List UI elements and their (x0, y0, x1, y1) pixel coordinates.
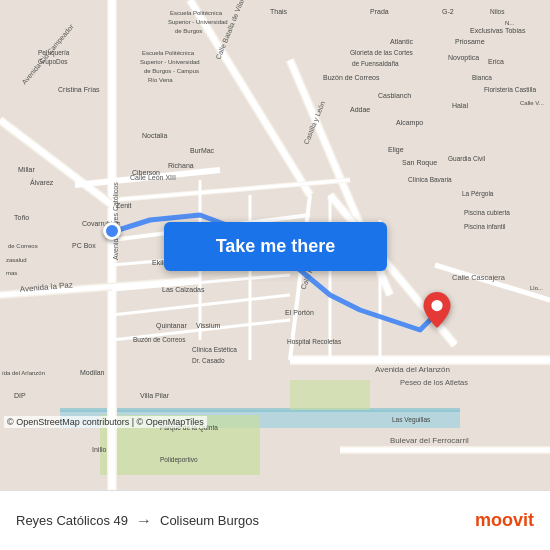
svg-text:Casblanch: Casblanch (378, 92, 411, 99)
svg-rect-2 (60, 408, 460, 412)
svg-text:Glorieta de las Cortes: Glorieta de las Cortes (350, 49, 414, 56)
svg-text:de Fuensaldaña: de Fuensaldaña (352, 60, 399, 67)
svg-text:Novoptica: Novoptica (448, 54, 479, 62)
svg-text:Calle V...: Calle V... (520, 100, 544, 106)
svg-text:Buzón de Correos: Buzón de Correos (323, 74, 380, 81)
svg-text:zasalud: zasalud (6, 257, 27, 263)
svg-text:N...: N... (505, 20, 515, 26)
svg-text:Avenida del Arlanzón: Avenida del Arlanzón (375, 365, 450, 374)
svg-text:Río Vena: Río Vena (148, 77, 173, 83)
svg-text:Millar: Millar (18, 166, 35, 173)
svg-text:Zenit: Zenit (116, 202, 132, 209)
svg-text:Halal: Halal (452, 102, 468, 109)
svg-text:Álvarez: Álvarez (30, 178, 54, 186)
svg-text:PC Box: PC Box (72, 242, 96, 249)
svg-text:Ciberson: Ciberson (132, 169, 160, 176)
moovit-logo: moovit (475, 510, 534, 531)
svg-text:Vissium: Vissium (196, 322, 221, 329)
svg-text:Floristería Castilla: Floristería Castilla (484, 86, 536, 93)
svg-text:GrupoDos: GrupoDos (38, 58, 68, 66)
svg-text:Peseo de los Atletas: Peseo de los Atletas (400, 378, 468, 387)
svg-text:G-2: G-2 (442, 8, 454, 15)
svg-text:Clínica Bavaria: Clínica Bavaria (408, 176, 452, 183)
svg-text:Thais: Thais (270, 8, 288, 15)
svg-text:Addae: Addae (350, 106, 370, 113)
moovit-brand-text: moovit (475, 510, 534, 531)
svg-text:Clínica Estética: Clínica Estética (192, 346, 237, 353)
svg-text:Piscina infantil: Piscina infantil (464, 223, 506, 230)
svg-text:ída del Arlanzón: ída del Arlanzón (2, 370, 45, 376)
route-origin: Reyes Católicos 49 (16, 513, 128, 528)
svg-text:Villa Pilar: Villa Pilar (140, 392, 170, 399)
svg-text:Las Calzadas: Las Calzadas (162, 286, 205, 293)
svg-text:Calle Cascajera: Calle Cascajera (452, 273, 506, 282)
svg-text:BurMac: BurMac (190, 147, 215, 154)
svg-text:Escuela Politécnica: Escuela Politécnica (170, 10, 223, 16)
svg-text:Nilos: Nilos (490, 8, 505, 15)
svg-text:Bianca: Bianca (472, 74, 492, 81)
svg-text:Hospital Recoletas: Hospital Recoletas (287, 338, 342, 346)
svg-text:Priosame: Priosame (455, 38, 485, 45)
svg-text:Prada: Prada (370, 8, 389, 15)
map-attribution: © OpenStreetMap contributors | © OpenMap… (4, 416, 207, 428)
svg-text:de Correos: de Correos (8, 243, 38, 249)
svg-text:Noctalia: Noctalia (142, 132, 167, 139)
destination-marker (423, 292, 451, 332)
svg-text:Toño: Toño (14, 214, 29, 221)
svg-point-118 (431, 300, 442, 311)
svg-text:La Pérgola: La Pérgola (462, 190, 494, 198)
svg-text:Modilan: Modilan (80, 369, 105, 376)
svg-text:Piscina cubierta: Piscina cubierta (464, 209, 510, 216)
svg-rect-4 (290, 380, 370, 410)
svg-text:de Burgos - Campus: de Burgos - Campus (144, 68, 199, 74)
svg-text:Exclusivas Tobías: Exclusivas Tobías (470, 27, 526, 34)
svg-text:Las Veguillas: Las Veguillas (392, 416, 431, 424)
origin-marker (103, 222, 121, 240)
route-arrow-icon: → (136, 512, 152, 530)
svg-text:mas: mas (6, 270, 17, 276)
svg-text:Buzón de Correos: Buzón de Correos (133, 336, 186, 343)
take-me-there-button[interactable]: Take me there (164, 222, 387, 271)
route-destination: Coliseum Burgos (160, 513, 259, 528)
svg-text:Dr. Casado: Dr. Casado (192, 357, 225, 364)
svg-text:Llo...: Llo... (530, 285, 543, 291)
svg-text:de Burgos: de Burgos (175, 28, 202, 34)
svg-text:Superior - Universidad: Superior - Universidad (140, 59, 200, 65)
svg-text:Quintanar: Quintanar (156, 322, 187, 330)
app: Avenida Cid Campeador Avenida Reyes Cató… (0, 0, 550, 550)
svg-text:Alcampo: Alcampo (396, 119, 423, 127)
svg-text:Cristina Frías: Cristina Frías (58, 86, 100, 93)
svg-text:Guardia Civil: Guardia Civil (448, 155, 486, 162)
svg-text:Erica: Erica (488, 58, 504, 65)
svg-text:San Roque: San Roque (402, 159, 437, 167)
svg-text:El Portón: El Portón (285, 309, 314, 316)
svg-text:DIP: DIP (14, 392, 26, 399)
svg-text:Polideportivo: Polideportivo (160, 456, 198, 464)
svg-text:Escuela Politécnica: Escuela Politécnica (142, 50, 195, 56)
svg-text:Atlantic: Atlantic (390, 38, 413, 45)
svg-text:Peluquería: Peluquería (38, 49, 70, 57)
svg-text:Elige: Elige (388, 146, 404, 154)
map-container: Avenida Cid Campeador Avenida Reyes Cató… (0, 0, 550, 490)
svg-text:Superior - Universidad: Superior - Universidad (168, 19, 228, 25)
route-info: Reyes Católicos 49 → Coliseum Burgos (16, 512, 534, 530)
bottom-bar: Reyes Católicos 49 → Coliseum Burgos moo… (0, 490, 550, 550)
svg-text:Inillo: Inillo (92, 446, 107, 453)
svg-text:Bulevar del Ferrocarril: Bulevar del Ferrocarril (390, 436, 469, 445)
svg-text:Richana: Richana (168, 162, 194, 169)
